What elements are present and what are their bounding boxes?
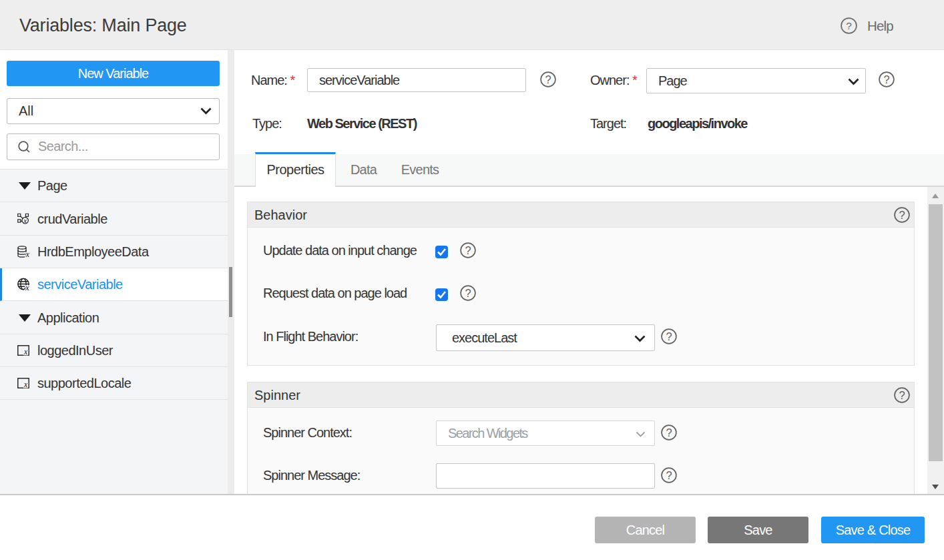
svg-text:x: x (25, 250, 30, 258)
svg-text:?: ? (899, 209, 905, 221)
svg-text:?: ? (899, 389, 905, 401)
svg-text:?: ? (666, 469, 672, 481)
svg-text:x: x (23, 380, 28, 388)
svg-text:?: ? (846, 20, 852, 31)
svg-text:?: ? (666, 330, 672, 342)
svg-text:x: x (23, 348, 28, 356)
svg-text:?: ? (465, 287, 471, 299)
svg-text:?: ? (465, 244, 471, 256)
svg-text:x: x (23, 216, 27, 224)
svg-text:?: ? (883, 73, 889, 85)
svg-text:?: ? (666, 427, 672, 439)
svg-text:x: x (25, 282, 29, 291)
svg-text:?: ? (545, 73, 551, 85)
